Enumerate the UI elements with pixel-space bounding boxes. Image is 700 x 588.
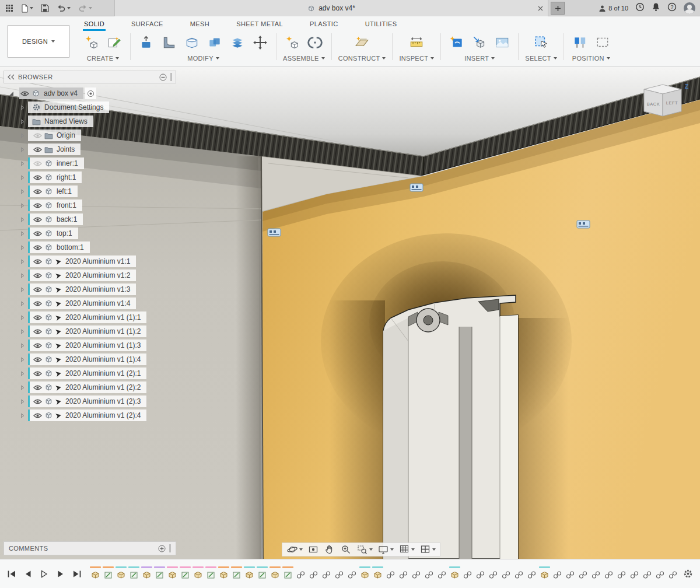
ribbon-tab[interactable]: SURFACE [130,19,164,31]
expand-arrow-icon[interactable] [20,329,28,334]
timeline-feature[interactable] [320,566,332,582]
visibility-eye-icon[interactable] [33,146,42,153]
fillet-button[interactable] [160,33,178,52]
timeline-settings-button[interactable] [680,566,695,582]
expand-arrow-icon[interactable] [20,399,28,404]
visibility-eye-icon[interactable] [33,258,42,265]
browser-tree-row[interactable]: 2020 Aluminium v1:3 [4,282,176,296]
expand-arrow-icon[interactable] [20,385,28,390]
timeline-feature[interactable] [449,566,461,582]
timeline-feature[interactable] [192,566,204,582]
browser-tree-row[interactable]: 2020 Aluminium v1 (2):2 [4,380,176,394]
joint-origin-badge[interactable] [268,229,281,236]
browser-header[interactable]: BROWSER [4,71,176,83]
viewports-button[interactable] [418,543,438,556]
construction-plane-button[interactable] [353,33,372,52]
insert-canvas-button[interactable] [493,33,512,52]
move-copy-button[interactable] [251,33,270,52]
job-status-clock-icon[interactable] [635,2,645,14]
user-avatar[interactable] [684,2,695,14]
timeline-feature[interactable] [641,566,653,582]
zoom-button[interactable] [338,543,354,556]
timeline-feature[interactable] [372,566,384,582]
browser-tree-row[interactable]: 2020 Aluminium v1 (2):4 [4,408,176,422]
timeline-feature[interactable] [384,566,397,582]
collapse-tree-icon[interactable] [159,74,167,81]
expand-arrow-icon[interactable] [20,343,28,348]
assemble-new-component-button[interactable] [283,33,302,52]
timeline-feature[interactable] [256,566,268,582]
go-to-end-button[interactable] [70,567,83,580]
split-body-button[interactable] [228,33,247,52]
browser-tree-row[interactable]: front:1 [4,198,176,212]
expand-arrow-icon[interactable] [20,147,28,152]
browser-tree-row[interactable]: 2020 Aluminium v1:1 [4,254,176,268]
visibility-eye-icon[interactable] [33,272,42,279]
visibility-eye-icon[interactable] [20,90,29,97]
timeline-feature[interactable] [538,566,551,582]
timeline-feature[interactable] [590,566,602,582]
construct-group-label[interactable]: CONSTRUCT [338,55,386,62]
pan-button[interactable] [322,543,337,556]
browser-tree-row[interactable]: Origin [4,128,176,142]
browser-tree-row[interactable]: Joints [4,142,176,156]
timeline-feature[interactable] [410,566,422,582]
inspect-group-label[interactable]: INSPECT [399,55,434,62]
expand-arrow-icon[interactable] [20,259,28,264]
undo-button[interactable] [55,3,72,13]
timeline-feature[interactable] [474,566,487,582]
timeline-feature[interactable] [218,566,230,582]
expand-arrow-icon[interactable] [20,315,28,320]
browser-root-row[interactable]: adv box v4 [4,86,176,100]
ribbon-tab[interactable]: UTILITIES [364,19,398,31]
expand-arrow-icon[interactable] [9,92,13,96]
timeline-feature[interactable] [513,566,525,582]
expand-arrow-icon[interactable] [20,189,28,194]
comments-resize-grip[interactable] [169,544,171,552]
insert-group-label[interactable]: INSERT [464,55,495,62]
timeline-feature[interactable] [551,566,564,582]
timeline-feature[interactable] [346,566,358,582]
select-button[interactable] [532,33,551,52]
timeline-feature[interactable] [667,566,677,582]
visibility-eye-icon[interactable] [33,314,42,321]
insert-derive-button[interactable] [470,33,489,52]
timeline-feature[interactable] [205,566,217,582]
browser-tree-row[interactable]: 2020 Aluminium v1:4 [4,296,176,310]
browser-tree-row[interactable]: top:1 [4,226,176,240]
timeline-feature[interactable] [89,566,102,582]
expand-arrow-icon[interactable] [20,175,28,180]
expand-arrow-icon[interactable] [20,217,28,222]
expand-arrow-icon[interactable] [20,245,28,250]
capture-position-button[interactable] [570,33,589,52]
timeline-feature[interactable] [230,566,243,582]
expand-arrow-icon[interactable] [20,119,28,124]
look-at-button[interactable] [306,543,321,556]
file-menu-button[interactable] [19,3,35,14]
shell-button[interactable] [183,33,201,52]
timeline-feature[interactable] [359,566,371,582]
step-forward-button[interactable] [54,567,67,580]
activate-component-radio[interactable] [85,88,96,99]
app-launcher-icon[interactable] [4,3,15,13]
ribbon-tab[interactable]: SHEET METAL [235,19,284,31]
browser-tree-row[interactable]: 2020 Aluminium v1 (2):3 [4,394,176,408]
joint-button[interactable] [306,33,324,52]
timeline-feature[interactable] [102,566,114,582]
new-component-button[interactable] [82,33,101,52]
document-save-counter[interactable]: 8 of 10 [598,5,628,12]
timeline-feature[interactable] [654,566,666,582]
measure-button[interactable] [407,33,426,52]
expand-arrow-icon[interactable] [20,231,28,236]
close-tab-icon[interactable] [536,4,544,12]
timeline-feature[interactable] [333,566,345,582]
expand-arrow-icon[interactable] [20,273,28,278]
timeline-feature[interactable] [295,566,307,582]
visibility-eye-icon[interactable] [33,342,42,349]
timeline-feature[interactable] [115,566,127,582]
expand-arrow-icon[interactable] [20,357,28,362]
browser-tree-row[interactable]: back:1 [4,212,176,226]
expand-arrow-icon[interactable] [20,105,28,110]
create-group-label[interactable]: CREATE [87,55,120,62]
revert-position-button[interactable] [593,33,612,52]
